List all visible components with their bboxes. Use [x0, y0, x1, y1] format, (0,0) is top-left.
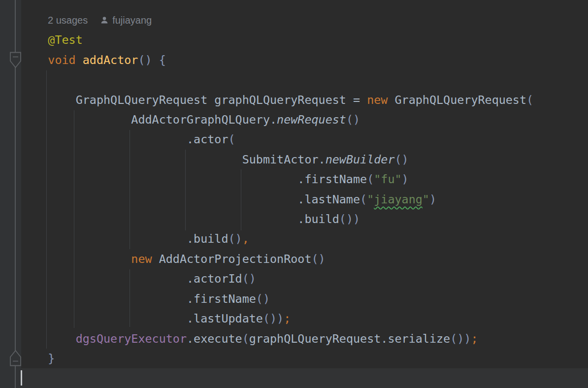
code-line[interactable]: dgsQueryExecutor.execute(graphQLQueryReq…: [20, 329, 588, 349]
code-line[interactable]: @Test: [20, 30, 588, 50]
code-line[interactable]: [20, 368, 588, 388]
code-line[interactable]: .firstName(): [20, 289, 588, 309]
code-line[interactable]: AddActorGraphQLQuery.newRequest(): [20, 110, 588, 129]
code-line[interactable]: [20, 70, 588, 90]
code-line[interactable]: .firstName("fu"): [20, 169, 588, 189]
usages-inlay-hint[interactable]: 2 usages: [48, 15, 88, 26]
inlay-hint-line: 2 usages fujiayang: [20, 10, 588, 30]
code-area[interactable]: 2 usages fujiayang @Test void addActor()…: [20, 10, 588, 388]
code-line[interactable]: .actorId(): [20, 269, 588, 289]
code-line[interactable]: .actor(: [20, 129, 588, 149]
code-line[interactable]: void addActor() {: [20, 50, 588, 70]
code-line[interactable]: .build()): [20, 209, 588, 229]
code-line[interactable]: GraphQLQueryRequest graphQLQueryRequest …: [20, 90, 588, 110]
code-line[interactable]: .build(),: [20, 229, 588, 249]
code-editor: 2 usages fujiayang @Test void addActor()…: [0, 0, 588, 388]
code-line[interactable]: .lastUpdate());: [20, 309, 588, 328]
author-person-icon: [100, 16, 109, 25]
code-line[interactable]: .lastName("jiayang"): [20, 190, 588, 209]
author-inlay-hint[interactable]: fujiayang: [112, 15, 152, 26]
code-line[interactable]: }: [20, 349, 588, 368]
code-line[interactable]: new AddActorProjectionRoot(): [20, 249, 588, 269]
code-line[interactable]: SubmitActor.newBuilder(): [20, 150, 588, 169]
